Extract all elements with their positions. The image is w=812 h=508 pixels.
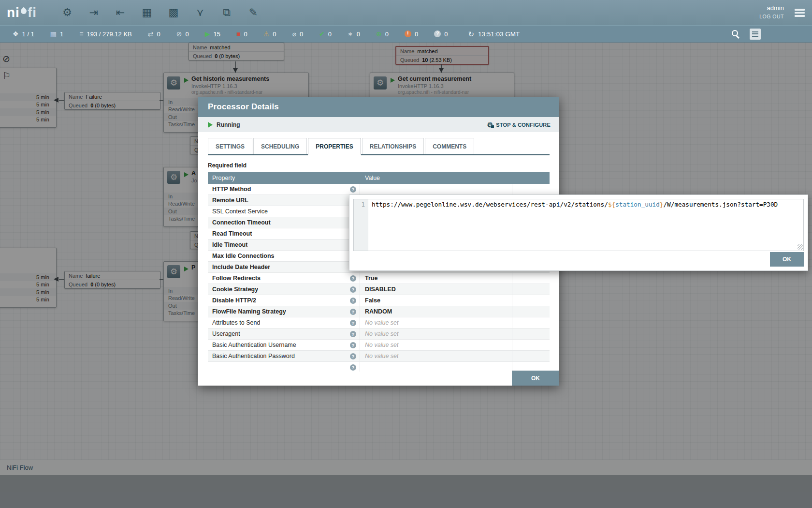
tab-relationships[interactable]: RELATIONSHIPS (362, 138, 424, 154)
row-gutter (512, 306, 550, 317)
tab-settings[interactable]: SETTINGS (208, 138, 252, 154)
status-bar-actions (731, 29, 761, 40)
dialog-header: Processor Details (198, 97, 559, 117)
tab-properties[interactable]: PROPERTIES (308, 138, 361, 155)
template-icon[interactable]: ⧉ (218, 4, 235, 21)
editor-ok-button[interactable]: OK (770, 252, 804, 267)
el-segment-attr: station_uuid (615, 201, 660, 208)
tab-scheduling[interactable]: SCHEDULING (253, 138, 307, 154)
el-segment-bracket: ${ (608, 201, 615, 208)
locally-modified-stale-icon: ! (405, 30, 411, 37)
property-name: Basic Authentication Username (212, 342, 296, 348)
locally-modified-count-value: 0 (357, 30, 360, 38)
app-header: ni fi ⚙⇥⇤▦▩⋎⧉✎ admin LOG OUT (0, 0, 812, 25)
row-gutter (512, 284, 550, 295)
property-row: ? (208, 362, 550, 372)
funnel-icon[interactable]: ⋎ (192, 4, 208, 21)
property-row: Disable HTTP/2?False (208, 295, 550, 306)
refresh-group[interactable]: ↻ 13:51:03 GMT (468, 30, 520, 38)
help-icon[interactable]: ? (350, 364, 356, 371)
stale-count-value: 0 (385, 30, 389, 38)
help-icon[interactable]: ? (350, 353, 356, 359)
property-value-cell[interactable]: RANDOM (360, 306, 512, 317)
property-name-cell: Connection Timeout? (208, 217, 360, 228)
row-gutter (512, 317, 550, 328)
status-bar: ❖1 / 1▦1≡193 / 279.12 KB⇄0⊘0▶15■0⚠0⌀0✔0∗… (0, 25, 812, 43)
property-row: Follow Redirects?True (208, 273, 550, 284)
global-menu-button[interactable] (795, 7, 805, 18)
property-value-cell[interactable] (360, 362, 512, 372)
invalid-count: ⚠0 (263, 30, 276, 38)
property-value-cell[interactable]: DISABLED (360, 284, 512, 295)
property-name-cell: Basic Authentication Username? (208, 340, 360, 350)
property-value-cell[interactable]: No value set (360, 317, 512, 328)
dialog-ok-button[interactable]: OK (512, 371, 559, 386)
property-name-cell: Read Timeout? (208, 228, 360, 239)
dialog-title: Processor Details (208, 102, 279, 112)
refresh-icon[interactable]: ↻ (468, 30, 474, 38)
properties-table-header: Property Value (208, 172, 550, 184)
row-gutter (512, 340, 550, 350)
row-gutter (512, 295, 550, 306)
property-row: Basic Authentication Password?No value s… (208, 351, 550, 362)
help-icon[interactable]: ? (350, 331, 356, 337)
editor-input[interactable]: https://www.pegelonline.wsv.de/webservic… (368, 199, 803, 251)
output-port-icon[interactable]: ⇤ (112, 4, 129, 21)
up-to-date-count-value: 0 (328, 30, 332, 38)
help-icon[interactable]: ? (350, 286, 356, 293)
status-counters: ❖1 / 1▦1≡193 / 279.12 KB⇄0⊘0▶15■0⚠0⌀0✔0∗… (13, 30, 448, 38)
nifi-app: ni fi ⚙⇥⇤▦▩⋎⧉✎ admin LOG OUT ❖1 / 1▦1≡19… (0, 0, 812, 508)
label-icon[interactable]: ✎ (245, 4, 261, 21)
property-value-cell[interactable]: No value set (360, 351, 512, 361)
help-icon[interactable]: ? (350, 320, 356, 326)
logout-link[interactable]: LOG OUT (759, 14, 784, 19)
property-row: Attributes to Send?No value set (208, 317, 550, 329)
stale-count: ⊕0 (376, 30, 389, 38)
processor-icon[interactable]: ⚙ (59, 4, 75, 21)
property-name: Read Timeout (212, 230, 252, 237)
remote-process-group-icon[interactable]: ▩ (165, 4, 182, 21)
property-name: Basic Authentication Password (212, 353, 295, 359)
property-name-cell: Cookie Strategy? (208, 284, 360, 295)
help-icon[interactable]: ? (350, 298, 356, 304)
process-group-icon[interactable]: ▦ (139, 4, 155, 21)
stop-and-configure-button[interactable]: ⚙ STOP & CONFIGURE (487, 121, 551, 128)
property-value-cell[interactable] (360, 184, 512, 194)
property-value-cell[interactable]: No value set (360, 329, 512, 339)
running-icon: ▶ (205, 30, 210, 37)
search-icon[interactable] (731, 30, 740, 38)
input-port-icon[interactable]: ⇥ (86, 4, 102, 21)
running-count-value: 15 (213, 30, 220, 38)
stopped-count: ■0 (236, 30, 247, 38)
property-row: Basic Authentication Username?No value s… (208, 340, 550, 351)
property-value-cell[interactable]: False (360, 295, 512, 306)
el-segment-plain: /W/measurements.json?start=P30D (663, 201, 778, 208)
threads-icon: ▦ (50, 30, 57, 37)
stopped-count-value: 0 (244, 30, 247, 38)
property-name: Max Idle Connections (212, 253, 275, 259)
property-name: Remote URL (212, 197, 248, 204)
property-value-cell[interactable]: True (360, 273, 512, 284)
locally-modified-count: ∗0 (348, 30, 360, 38)
property-name: Attributes to Send (212, 319, 260, 326)
row-gutter (512, 184, 550, 194)
help-icon[interactable]: ? (350, 186, 356, 193)
queued-count: ≡193 / 279.12 KB (79, 30, 131, 38)
row-gutter (512, 362, 550, 372)
help-icon[interactable]: ? (350, 309, 356, 315)
help-icon[interactable]: ? (350, 342, 356, 348)
connected-nodes-count-value: 1 / 1 (22, 30, 34, 38)
active-threads-count: ▦1 (50, 30, 63, 38)
help-icon[interactable]: ? (350, 275, 356, 282)
tab-comments[interactable]: COMMENTS (425, 138, 474, 154)
property-name: Useragent (212, 330, 240, 337)
logo-text-fi: fi (28, 5, 37, 20)
panel-toggle-button[interactable] (750, 29, 761, 40)
editor-resize-handle[interactable] (798, 244, 803, 250)
property-name-cell: Max Idle Connections? (208, 251, 360, 261)
value-column-header: Value (360, 175, 380, 181)
locally-modified-stale-count: !0 (405, 30, 418, 38)
property-value-cell[interactable]: No value set (360, 340, 512, 350)
property-name-cell: HTTP Method? (208, 184, 360, 194)
property-name: Follow Redirects (212, 275, 261, 282)
